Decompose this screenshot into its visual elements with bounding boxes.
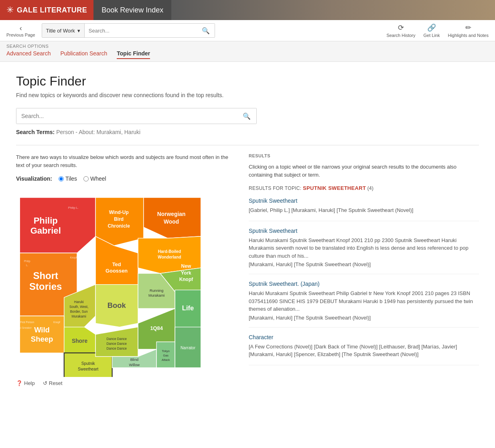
- svg-text:Goossen: Goossen: [105, 268, 128, 274]
- svg-text:Stories: Stories: [29, 281, 62, 292]
- svg-text:Haruki Sneaker: Haruki Sneaker: [16, 326, 32, 329]
- viz-controls: Visualization: Tiles Wheel: [16, 175, 233, 182]
- previous-page-label: Previous Page: [6, 33, 35, 37]
- get-link-label: Get Link: [424, 33, 440, 38]
- result-item-4: Character [A Few Corrections (Novel)] [D…: [249, 334, 479, 365]
- main-content: Topic Finder Find new topics or keywords…: [0, 62, 495, 398]
- viz-description: There are two ways to visualize below wh…: [16, 153, 233, 169]
- results-desc: Clicking on a topic wheel or tile narrow…: [249, 163, 479, 179]
- header: ✳ GALE LITERATURE Book Review Index: [0, 0, 495, 20]
- chevron-down-icon: ▾: [77, 28, 80, 34]
- wheel-radio-input[interactable]: [83, 176, 89, 181]
- svg-text:Running: Running: [150, 289, 163, 293]
- result-body-3: Haruki Murakami Sputnik Sweetheart Phili…: [249, 289, 479, 313]
- svg-text:L.: L.: [26, 264, 28, 267]
- results-for: RESULTS FOR TOPIC: SPUTNIK SWEETHEART (4…: [249, 185, 479, 191]
- page-title: Topic Finder: [16, 74, 479, 89]
- result-title-4[interactable]: Character: [249, 334, 479, 340]
- viz-radio-group: Tiles Wheel: [59, 175, 106, 182]
- results-label: RESULTS: [249, 153, 479, 158]
- svg-text:New: New: [181, 263, 191, 269]
- svg-text:Philip: Philip: [24, 260, 30, 263]
- search-terms-label: Search Terms:: [16, 129, 55, 135]
- result-item-3: Sputnik Sweetheart. (Japan) Haruki Murak…: [249, 281, 479, 328]
- tile-map: Philip Gabriel Philip L. Wind-Up Bird Ch…: [16, 188, 205, 377]
- publication-search-link[interactable]: Publication Search: [61, 50, 108, 59]
- result-title-1[interactable]: Sputnik Sweetheart: [249, 198, 479, 204]
- result-title-2[interactable]: Sputnik Sweetheart: [249, 228, 479, 234]
- search-box: Title of Work ▾ 🔍: [42, 23, 215, 38]
- toolbar: ‹ Previous Page Title of Work ▾ 🔍 ⟳ Sear…: [0, 20, 495, 41]
- svg-text:Blind: Blind: [130, 358, 138, 362]
- result-citation-2: [Murakami, Haruki] [The Sputnik Sweethea…: [249, 261, 479, 267]
- get-link-button[interactable]: 🔗 Get Link: [424, 23, 440, 38]
- svg-text:Hard-Boiled: Hard-Boiled: [158, 249, 181, 254]
- svg-text:Attack: Attack: [162, 358, 170, 362]
- result-citation-3: [Murakami, Haruki] [The Sputnik Sweethea…: [249, 315, 479, 321]
- svg-text:Knopf: Knopf: [179, 277, 194, 282]
- search-input[interactable]: [85, 24, 197, 37]
- highlights-notes-label: Highlights and Notes: [448, 33, 489, 38]
- search-history-button[interactable]: ⟳ Search History: [386, 23, 415, 38]
- svg-text:Narrator: Narrator: [181, 346, 196, 350]
- topic-search-button[interactable]: 🔍: [237, 108, 256, 124]
- help-icon: ❓: [16, 380, 22, 386]
- previous-page-button[interactable]: ‹ Previous Page: [6, 24, 35, 37]
- topic-finder-link[interactable]: Topic Finder: [117, 50, 150, 59]
- svg-text:Philip L.: Philip L.: [68, 206, 79, 210]
- result-meta-1: [Gabriel, Philip L.] [Murakami, Haruki] …: [249, 206, 479, 214]
- topic-search-input[interactable]: [16, 108, 237, 124]
- svg-text:Wild: Wild: [34, 326, 50, 334]
- tiles-radio-input[interactable]: [59, 176, 64, 181]
- svg-text:Knopf: Knopf: [53, 321, 60, 324]
- search-history-label: Search History: [386, 33, 415, 38]
- search-terms: Search Terms: Person - About: Murakami, …: [16, 129, 479, 135]
- svg-text:Bird: Bird: [114, 216, 124, 222]
- svg-text:First Person: First Person: [20, 321, 34, 324]
- results-for-topic: SPUTNIK SWEETHEART: [303, 185, 366, 191]
- results-for-label: RESULTS FOR TOPIC:: [249, 185, 301, 191]
- search-terms-value: Person - About: Murakami, Haruki: [56, 129, 140, 135]
- highlights-notes-button[interactable]: ✏ Highlights and Notes: [448, 23, 489, 38]
- content-area: There are two ways to visualize below wh…: [16, 145, 479, 386]
- visualization-panel: There are two ways to visualize below wh…: [16, 153, 233, 386]
- svg-text:York: York: [181, 270, 191, 276]
- svg-text:Wonderland: Wonderland: [158, 255, 181, 259]
- svg-text:Book: Book: [108, 301, 126, 310]
- tile-philip-gabriel-label2: Gabriel: [30, 226, 61, 236]
- svg-text:Sweetheart: Sweetheart: [78, 367, 98, 371]
- logo-icon: ✳: [6, 5, 14, 15]
- reset-link[interactable]: ↺ Reset: [43, 380, 63, 386]
- logo[interactable]: ✳ GALE LITERATURE: [0, 0, 93, 20]
- search-options-nav: Advanced Search Publication Search Topic…: [6, 50, 489, 59]
- svg-text:Haruki: Haruki: [74, 300, 84, 304]
- svg-text:South, West,: South, West,: [69, 305, 88, 309]
- help-link[interactable]: ❓ Help: [16, 380, 35, 386]
- result-body-2: Haruki Murakami Sputnik Sweetheart Knopf…: [249, 236, 479, 260]
- wheel-radio[interactable]: Wheel: [83, 175, 106, 182]
- svg-text:Wind-Up: Wind-Up: [109, 210, 129, 216]
- svg-text:1Q84: 1Q84: [150, 325, 163, 331]
- topic-search-box: 🔍: [16, 108, 257, 124]
- svg-text:Norwegian: Norwegian: [157, 211, 186, 217]
- svg-text:Tokyo: Tokyo: [162, 349, 170, 353]
- history-icon: ⟳: [398, 23, 404, 32]
- advanced-search-link[interactable]: Advanced Search: [6, 50, 51, 59]
- result-title-3[interactable]: Sputnik Sweetheart. (Japan): [249, 281, 479, 287]
- results-for-count: (4): [367, 185, 374, 191]
- search-options: SEARCH OPTIONS Advanced Search Publicati…: [0, 41, 495, 62]
- page-subtitle: Find new topics or keywords and discover…: [16, 92, 479, 98]
- result-item-2: Sputnik Sweetheart Haruki Murakami Sputn…: [249, 228, 479, 275]
- result-item-1: Sputnik Sweetheart [Gabriel, Philip L.] …: [249, 198, 479, 221]
- search-type-selector[interactable]: Title of Work ▾: [42, 24, 85, 37]
- results-panel: RESULTS Clicking on a topic wheel or til…: [249, 153, 479, 386]
- search-button[interactable]: 🔍: [197, 24, 215, 37]
- svg-text:Willow: Willow: [129, 363, 140, 367]
- reset-label: Reset: [49, 380, 63, 386]
- svg-text:Sheep: Sheep: [31, 335, 53, 343]
- svg-text:Dance Dance: Dance Dance: [107, 337, 127, 341]
- tiles-radio[interactable]: Tiles: [59, 175, 77, 182]
- toolbar-actions: ⟳ Search History 🔗 Get Link ✏ Highlights…: [386, 23, 489, 38]
- tile-philip-gabriel-label: Philip: [34, 216, 58, 226]
- link-icon: 🔗: [427, 23, 436, 32]
